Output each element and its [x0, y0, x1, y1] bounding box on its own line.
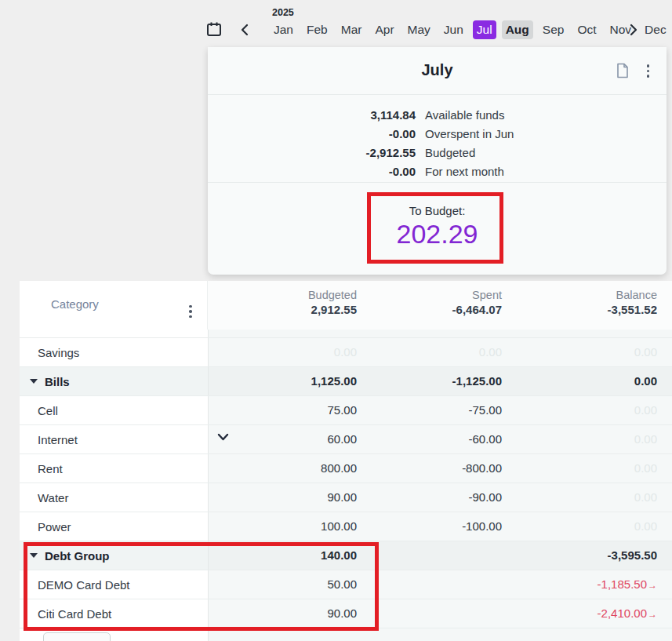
- category-row-cell: Cell75.00-75.000.00: [20, 396, 672, 425]
- month-item-jan[interactable]: Jan: [270, 20, 297, 39]
- balance-cell[interactable]: 0.00: [555, 483, 657, 512]
- summary-label: For next month: [425, 165, 504, 178]
- column-label: Spent: [452, 289, 502, 301]
- category-name-cell[interactable]: Internet: [20, 425, 208, 453]
- summary-value: -0.00: [208, 165, 416, 178]
- carryover-arrow-icon[interactable]: →: [648, 609, 657, 620]
- category-name[interactable]: Bills: [45, 375, 70, 388]
- category-name[interactable]: Water: [38, 491, 68, 504]
- column-header-balance: Balance-3,551.52: [608, 289, 657, 316]
- balance-cell[interactable]: 0.00: [555, 454, 657, 483]
- annotation-box-debt-group: [24, 542, 379, 631]
- budgeted-cell[interactable]: 75.00: [263, 396, 357, 424]
- category-row-water: Water90.00-90.000.00: [20, 483, 672, 512]
- category-name-cell[interactable]: Cell: [20, 396, 208, 424]
- partial-bottom-button[interactable]: [43, 632, 111, 641]
- annotation-box-to-budget: [367, 192, 503, 264]
- funds-summary: 3,114.84Available funds-0.00Overspent in…: [208, 95, 667, 183]
- month-title: July: [208, 61, 667, 79]
- month-item-aug[interactable]: Aug: [502, 20, 533, 39]
- balance-cell[interactable]: 0.00: [555, 367, 657, 395]
- column-total: -3,551.52: [608, 303, 657, 316]
- budgeted-cell[interactable]: 90.00: [263, 483, 357, 512]
- month-item-jul[interactable]: Jul: [473, 20, 496, 39]
- column-total: -6,464.07: [452, 303, 502, 316]
- chevron-down-icon[interactable]: [217, 433, 229, 442]
- balance-cell[interactable]: -3,595.50: [555, 541, 657, 570]
- partial-row: [20, 330, 672, 338]
- month-item-jun[interactable]: Jun: [440, 20, 467, 39]
- spent-cell[interactable]: -1,125.00: [408, 367, 502, 395]
- category-kebab-icon[interactable]: [189, 298, 192, 318]
- budgeted-cell[interactable]: 800.00: [263, 454, 357, 483]
- balance-cell[interactable]: 0.00: [555, 425, 657, 453]
- spent-cell[interactable]: -60.00: [408, 425, 502, 453]
- summary-row: -0.00Overspent in Jun: [208, 124, 667, 143]
- category-name[interactable]: Rent: [38, 462, 63, 475]
- spent-cell[interactable]: -800.00: [408, 454, 502, 483]
- summary-value: -2,912.55: [208, 146, 416, 159]
- category-name-cell[interactable]: Savings: [20, 338, 208, 366]
- month-item-dec[interactable]: Dec: [641, 20, 670, 39]
- table-header: Category Budgeted2,912.55Spent-6,464.07B…: [20, 281, 672, 330]
- balance-cell[interactable]: 0.00: [555, 396, 657, 424]
- column-headers: Budgeted2,912.55Spent-6,464.07Balance-3,…: [208, 281, 672, 330]
- category-name-cell[interactable]: Bills: [20, 367, 208, 395]
- month-item-mar[interactable]: Mar: [337, 20, 366, 39]
- chevron-left-icon[interactable]: [239, 22, 255, 38]
- month-navigation-bar: 2025 JanFebMarAprMayJunJulAugSepOctNovDe…: [0, 0, 672, 47]
- column-header-budgeted: Budgeted2,912.55: [308, 289, 357, 316]
- budgeted-cell[interactable]: 0.00: [263, 338, 357, 366]
- category-row-internet: Internet60.00-60.000.00: [20, 425, 672, 454]
- column-label: Budgeted: [308, 289, 357, 301]
- balance-cell[interactable]: -1,185.50→: [555, 570, 657, 599]
- carryover-arrow-icon[interactable]: →: [648, 580, 657, 591]
- card-header: July: [208, 47, 667, 95]
- summary-value: 3,114.84: [208, 108, 416, 122]
- category-row-rent: Rent800.00-800.000.00: [20, 454, 672, 483]
- notes-document-icon[interactable]: [616, 63, 630, 78]
- category-name-cell[interactable]: Power: [20, 512, 208, 541]
- spent-cell[interactable]: 0.00: [408, 338, 502, 366]
- category-row-savings: Savings0.000.000.00: [20, 338, 672, 367]
- category-name[interactable]: Power: [38, 520, 71, 534]
- budgeted-cell[interactable]: 100.00: [263, 512, 357, 541]
- summary-label: Available funds: [425, 108, 504, 122]
- spent-cell[interactable]: [408, 570, 502, 599]
- spent-cell[interactable]: [408, 541, 502, 570]
- summary-row: -2,912.55Budgeted: [208, 143, 667, 162]
- spent-cell[interactable]: [408, 599, 502, 628]
- budgeted-cell[interactable]: 60.00: [263, 425, 357, 453]
- spent-cell[interactable]: -100.00: [408, 512, 502, 541]
- collapse-triangle-icon[interactable]: [30, 379, 38, 384]
- summary-label: Overspent in Jun: [425, 127, 514, 140]
- category-name-cell[interactable]: Rent: [20, 454, 208, 483]
- month-list: JanFebMarAprMayJunJulAugSepOctNovDec: [270, 20, 670, 39]
- category-column-header: Category: [51, 297, 99, 311]
- month-item-feb[interactable]: Feb: [303, 20, 332, 39]
- chevron-right-icon[interactable]: [627, 22, 642, 38]
- calendar-icon[interactable]: [205, 20, 223, 38]
- category-name-cell[interactable]: Water: [20, 483, 208, 512]
- balance-cell[interactable]: 0.00: [555, 338, 657, 366]
- summary-value: -0.00: [208, 127, 416, 140]
- month-item-oct[interactable]: Oct: [573, 20, 600, 39]
- column-total: 2,912.55: [308, 303, 357, 316]
- category-name[interactable]: Internet: [38, 433, 78, 446]
- kebab-menu-icon[interactable]: [647, 64, 650, 78]
- spent-cell[interactable]: -75.00: [408, 396, 502, 424]
- balance-cell[interactable]: 0.00: [555, 512, 657, 541]
- spent-cell[interactable]: -90.00: [408, 483, 502, 512]
- month-item-may[interactable]: May: [404, 20, 434, 39]
- month-item-sep[interactable]: Sep: [539, 20, 568, 39]
- budgeted-cell[interactable]: 1,125.00: [263, 367, 357, 395]
- balance-cell[interactable]: -2,410.00→: [555, 599, 657, 628]
- year-label: 2025: [272, 7, 294, 18]
- summary-row: -0.00For next month: [208, 162, 667, 180]
- category-name[interactable]: Cell: [38, 404, 58, 417]
- group-row-bills: Bills1,125.00-1,125.000.00: [20, 367, 672, 396]
- column-label: Balance: [608, 289, 657, 301]
- month-item-apr[interactable]: Apr: [371, 20, 398, 39]
- summary-label: Budgeted: [425, 146, 475, 159]
- category-name[interactable]: Savings: [38, 346, 79, 359]
